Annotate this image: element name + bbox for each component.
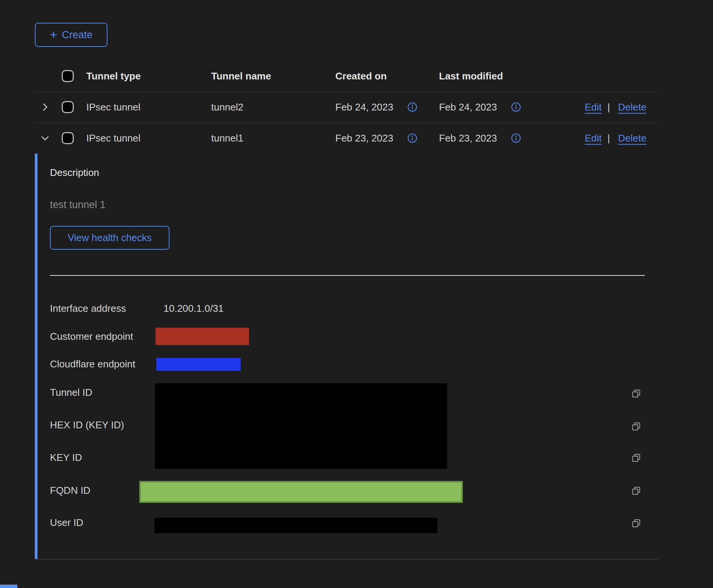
field-label-interface-address: Interface address: [50, 302, 126, 315]
tunnel-name-cell: tunnel1: [211, 132, 243, 144]
chevron-right-icon[interactable]: [39, 101, 51, 113]
copy-icon[interactable]: [630, 452, 642, 464]
link-separator: |: [607, 101, 610, 113]
expanded-row-indicator-bar: [35, 154, 37, 559]
row-checkbox[interactable]: [62, 132, 74, 144]
info-icon[interactable]: [407, 133, 417, 143]
field-label-customer-endpoint: Customer endpoint: [50, 330, 133, 343]
tunnel-type-cell: IPsec tunnel: [86, 101, 140, 113]
field-label-user-id: User ID: [50, 516, 83, 529]
column-header-last-modified: Last modified: [439, 70, 503, 82]
row-checkbox[interactable]: [62, 101, 74, 113]
delete-link[interactable]: Delete: [618, 101, 646, 113]
info-icon[interactable]: [511, 133, 521, 143]
cloudflare-endpoint-redaction: [156, 358, 241, 371]
tunnels-page: + Create Tunnel type Tunnel name Created…: [0, 0, 713, 588]
select-all-checkbox[interactable]: [62, 70, 74, 82]
description-heading: Description: [50, 167, 99, 179]
info-icon[interactable]: [511, 102, 521, 112]
table-row-tunnel2: IPsec tunnel tunnel2 Feb 24, 2023 Feb 24…: [0, 92, 713, 123]
create-button-label: Create: [62, 29, 92, 41]
field-value-interface-address: 10.200.1.0/31: [163, 302, 224, 315]
section-divider: [50, 275, 645, 276]
copy-icon[interactable]: [630, 388, 642, 399]
copy-icon[interactable]: [630, 518, 642, 529]
chevron-down-icon[interactable]: [39, 132, 51, 144]
fqdn-id-redaction: [139, 481, 463, 503]
bottom-edge-accent-strip: [0, 585, 17, 588]
column-header-created-on: Created on: [335, 70, 387, 82]
last-modified-cell: Feb 24, 2023: [439, 101, 497, 113]
field-label-key-id: KEY ID: [50, 451, 82, 464]
field-label-hex-id: HEX ID (KEY ID): [50, 418, 124, 432]
field-label-fqdn-id: FQDN ID: [50, 484, 90, 497]
created-on-cell: Feb 23, 2023: [335, 132, 393, 144]
table-row-tunnel1: IPsec tunnel tunnel1 Feb 23, 2023 Feb 23…: [0, 123, 713, 154]
info-icon[interactable]: [407, 102, 417, 112]
edit-link[interactable]: Edit: [585, 132, 602, 144]
link-separator: |: [607, 132, 610, 144]
field-label-cloudflare-endpoint: Cloudflare endpoint: [50, 357, 135, 371]
column-header-tunnel-type: Tunnel type: [86, 70, 141, 82]
description-value: test tunnel 1: [50, 199, 106, 211]
copy-icon[interactable]: [630, 421, 642, 432]
customer-endpoint-redaction: [156, 328, 249, 345]
created-on-cell: Feb 24, 2023: [335, 101, 393, 113]
create-button[interactable]: + Create: [35, 23, 107, 47]
last-modified-cell: Feb 23, 2023: [439, 132, 497, 144]
user-id-redaction: [154, 518, 437, 533]
field-label-tunnel-id: Tunnel ID: [50, 386, 92, 399]
tunnel-name-cell: tunnel2: [211, 101, 243, 113]
panel-bottom-divider: [35, 559, 659, 560]
delete-link[interactable]: Delete: [618, 132, 646, 144]
plus-icon: +: [50, 28, 58, 41]
tunnel-ids-redaction: [155, 383, 447, 469]
edit-link[interactable]: Edit: [585, 101, 602, 113]
column-header-tunnel-name: Tunnel name: [211, 70, 271, 82]
tunnel-type-cell: IPsec tunnel: [86, 132, 140, 144]
view-health-checks-button[interactable]: View health checks: [50, 226, 170, 250]
table-header-row: Tunnel type Tunnel name Created on Last …: [0, 61, 713, 92]
copy-icon[interactable]: [630, 485, 642, 496]
